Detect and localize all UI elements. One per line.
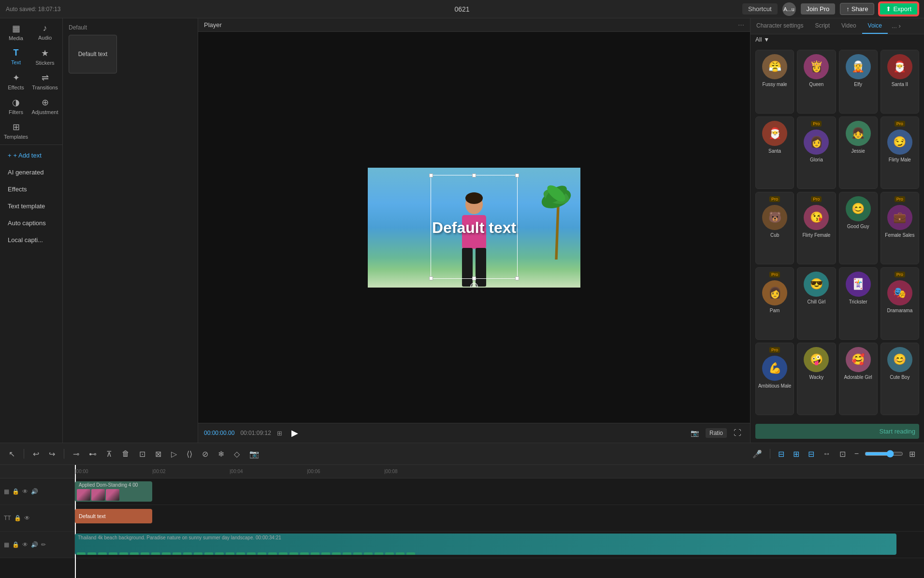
nav-tab-filters-label: Filters [9,109,23,115]
voice-card-queen[interactable]: 👸 Queen [797,50,836,114]
timeline-link-button[interactable]: ⊟ [805,448,817,461]
align-tool[interactable]: ⟨⟩ [184,448,195,461]
bg-track-row: ▦ 🔒 👁 🔊 ✏ Thailand 4k beach background. … [0,532,924,558]
ratio-button[interactable]: Ratio [706,428,727,438]
split-tool[interactable]: ⊸ [70,448,82,461]
redo-button[interactable]: ↪ [46,448,58,461]
trim-start-tool[interactable]: ⊼ [103,448,115,461]
filter-icon[interactable]: ▼ [764,36,769,43]
default-text-thumbnail[interactable]: Default text [69,35,117,73]
voice-card-jessie[interactable]: 👧 Jessie [839,116,878,189]
nav-tab-audio[interactable]: ♪ Audio [31,20,59,44]
nav-tab-stickers[interactable]: ★ Stickers [31,45,59,69]
sidebar-item-text-template[interactable]: Text template [3,199,59,214]
tab-more[interactable]: ... › [888,18,905,34]
delete-tool[interactable]: 🗑 [119,448,132,460]
timeline-snap-button[interactable]: ⊞ [790,448,802,461]
video-clip[interactable]: Applied Dom-Standing 4 00 [75,481,152,502]
voice-card-dramarama[interactable]: Pro 🎭 Dramarama [881,267,919,340]
voice-card-fussy-male[interactable]: 😤 Fussy male [755,50,794,114]
bg-track-lock[interactable]: 🔒 [12,541,19,548]
nav-tab-effects[interactable]: ✦ Effects [2,70,30,93]
nav-tabs: ▦ Media ♪ Audio T Text ★ Stickers ✦ Effe… [0,18,62,145]
voice-card-good-guy[interactable]: 😊 Good Guy [839,192,878,264]
filters-icon: ◑ [12,97,20,108]
video-track-audio[interactable]: 🔊 [31,488,38,495]
fullscreen-button[interactable]: ⛶ [731,427,744,439]
voice-card-santa-ii[interactable]: 🎅 Santa II [881,50,919,114]
bg-icon: 🌴 [226,552,234,555]
play-button[interactable]: ▶ [288,426,302,440]
shortcut-button[interactable]: Shortcut [742,3,777,14]
sidebar-item-ai-generated[interactable]: AI generated [3,165,59,180]
voice-card-chill-girl[interactable]: 😎 Chill Girl [797,267,836,340]
screenshot-button[interactable]: 📷 [688,427,702,439]
nav-tab-transitions[interactable]: ⇌ Transitions [31,70,59,93]
video-track-lock[interactable]: 🔒 [12,488,19,495]
crop-tool[interactable]: ⊷ [86,448,100,461]
voice-card-gloria[interactable]: Pro 👩 Gloria [797,116,836,189]
voice-card-santa[interactable]: 🎅 Santa [755,116,794,189]
left-panel: ▦ Media ♪ Audio T Text ★ Stickers ✦ Effe… [0,18,63,443]
sidebar-item-effects[interactable]: Effects [3,182,59,197]
voice-avatar-elfy: 🧝 [846,54,871,79]
tab-script[interactable]: Script [809,18,836,34]
voice-card-cute-boy[interactable]: 😊 Cute Boy [881,343,919,415]
voice-card-pam[interactable]: Pro 👩 Pam [755,267,794,340]
timeline-unlink-button[interactable]: ↔ [820,448,834,460]
nav-tab-media[interactable]: ▦ Media [2,20,30,44]
voice-card-female-sales[interactable]: Pro 💼 Female Sales [881,192,919,264]
sidebar-item-add-text[interactable]: + + Add text [3,148,59,163]
text-track-eye[interactable]: 👁 [24,515,30,521]
select-tool[interactable]: ↖ [6,448,18,461]
video-track-eye[interactable]: 👁 [22,488,28,495]
mask-tool[interactable]: ⊘ [199,448,211,461]
timeline-fit-button[interactable]: ⊟ [775,448,787,461]
timeline-copy-button[interactable]: ⊡ [837,448,849,461]
text-clip[interactable]: Default text [75,509,152,523]
tab-voice[interactable]: Voice [862,18,888,34]
export-button[interactable]: ⬆ Export [879,2,918,15]
nav-tab-filters[interactable]: ◑ Filters [2,94,30,118]
voice-card-trickster[interactable]: 🃏 Trickster [839,267,878,340]
bg-track-edit[interactable]: ✏ [41,541,46,548]
zoom-slider[interactable] [865,450,903,458]
sidebar-item-local-captions[interactable]: Local capti... [3,232,59,247]
mark-tool[interactable]: ⊡ [136,448,148,461]
play-tool[interactable]: ▷ [168,448,180,461]
player-options-button[interactable]: ⋯ [738,21,744,29]
avatar[interactable]: A...u [782,2,796,16]
voice-card-adorable-girl[interactable]: 🥰 Adorable Girl [839,343,878,415]
box-tool[interactable]: ⊠ [152,448,164,461]
bg-clip[interactable]: Thailand 4k beach background. Paradise n… [75,534,896,555]
zoom-out-button[interactable]: − [852,448,862,460]
tool-separator-2 [64,449,64,459]
tab-character-settings[interactable]: Character settings [751,18,809,34]
voice-card-ambitious-male[interactable]: Pro 💪 Ambitious Male [755,343,794,415]
bg-icon: 🌴 [300,552,309,555]
sidebar-item-auto-captions[interactable]: Auto captions [3,216,59,231]
nav-tab-text[interactable]: T Text [2,45,30,69]
tab-video[interactable]: Video [836,18,862,34]
voice-card-wacky[interactable]: 🤪 Wacky [797,343,836,415]
text-track-lock[interactable]: 🔒 [14,515,21,521]
grid-icon[interactable]: ⊞ [277,430,282,437]
zoom-fit-button[interactable]: ⊞ [906,448,918,461]
start-reading-button[interactable]: Start reading [755,424,919,439]
voice-card-flirty-male[interactable]: Pro 😏 Flirty Male [881,116,919,189]
voice-card-cub[interactable]: Pro 🐻 Cub [755,192,794,264]
voice-card-flirty-female[interactable]: Pro 😘 Flirty Female [797,192,836,264]
keyframe-tool[interactable]: ◇ [231,448,243,461]
camera-tool[interactable]: 📷 [246,448,262,461]
voice-card-elfy[interactable]: 🧝 Elfy [839,50,878,114]
nav-tab-adjustment[interactable]: ⊕ Adjustment [31,94,59,118]
undo-button[interactable]: ↩ [30,448,42,461]
nav-tab-templates[interactable]: ⊞ Templates [2,119,30,143]
filter-all-label[interactable]: All [755,36,762,43]
bg-track-audio[interactable]: 🔊 [31,541,38,548]
share-button[interactable]: ↑ Share [840,3,874,15]
bg-track-eye[interactable]: 👁 [22,541,28,548]
freeze-tool[interactable]: ❄ [215,448,227,461]
mic-button[interactable]: 🎤 [750,448,765,461]
join-pro-button[interactable]: Join Pro [801,3,836,14]
